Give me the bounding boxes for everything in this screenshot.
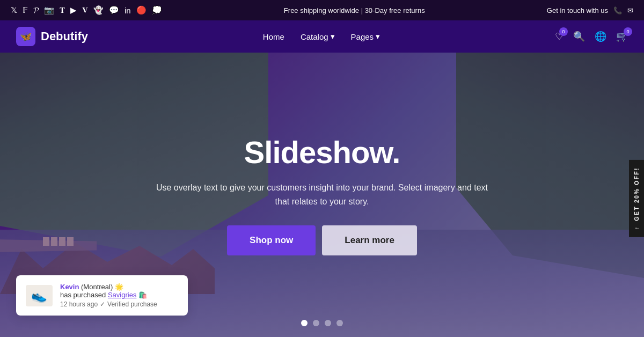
chevron-down-icon: ▾: [376, 32, 380, 41]
snapchat-icon[interactable]: 👻: [93, 5, 104, 15]
language-icon[interactable]: 🌐: [595, 31, 606, 42]
top-bar: 𝕏 𝔽 𝓟 📷 𝐓 ▶ 𝐕 👻 💬 in 🔴 💭 Free shipping w…: [0, 0, 644, 20]
pinterest-icon[interactable]: 𝓟: [33, 5, 39, 15]
reddit-icon[interactable]: 🔴: [136, 5, 147, 15]
contact-info: Get in touch with us 📞 ✉: [547, 6, 633, 14]
shop-now-button[interactable]: Shop now: [227, 225, 316, 255]
header-icons: ♡ 0 🔍 🌐 🛒 0: [555, 31, 628, 42]
hero-buttons: Shop now Learn more: [150, 225, 494, 255]
ribbon-label[interactable]: ↑ GET 20% OFF!: [629, 160, 644, 237]
social-links: 𝕏 𝔽 𝓟 📷 𝐓 ▶ 𝐕 👻 💬 in 🔴 💭: [11, 5, 162, 15]
slideshow-dots: [301, 320, 343, 326]
linkedin-icon[interactable]: in: [125, 6, 131, 15]
wishlist-badge: 0: [559, 27, 568, 36]
customer-location-text: (Montreal): [81, 283, 113, 291]
product-icon: 🛍️: [138, 291, 147, 299]
product-thumbnail: 👟: [26, 285, 53, 306]
dot-1[interactable]: [301, 320, 308, 326]
chevron-down-icon: ▾: [331, 32, 335, 41]
search-icon[interactable]: 🔍: [573, 31, 585, 42]
youtube-icon[interactable]: ▶: [70, 5, 77, 15]
wishlist-icon[interactable]: ♡ 0: [555, 31, 564, 42]
dot-3[interactable]: [325, 320, 331, 326]
instagram-icon[interactable]: 📷: [44, 5, 54, 15]
logo-icon: 🦋: [16, 27, 35, 46]
action-text: has purchased: [60, 291, 106, 299]
hero-title: Slideshow.: [150, 134, 494, 170]
promo-text: Free shipping worldwide | 30-Day free re…: [284, 6, 425, 14]
twitter-icon[interactable]: 𝕏: [11, 5, 17, 15]
hero-subtitle: Use overlay text to give your customers …: [150, 181, 494, 208]
tumblr-icon[interactable]: 𝐓: [60, 5, 65, 15]
vimeo-icon[interactable]: 𝐕: [82, 5, 88, 15]
discount-ribbon[interactable]: ↑ GET 20% OFF!: [629, 160, 644, 237]
header: 🦋 Debutify Home Catalog ▾ Pages ▾ ♡ 0 🔍 …: [0, 20, 644, 53]
phone-icon[interactable]: 📞: [613, 6, 622, 14]
contact-text: Get in touch with us: [547, 6, 608, 14]
hero-section: Slideshow. Use overlay text to give your…: [0, 53, 644, 337]
purchase-emoji: 🌟: [115, 283, 123, 291]
nav-home[interactable]: Home: [263, 32, 284, 41]
dot-2[interactable]: [313, 320, 319, 326]
nav-pages[interactable]: Pages ▾: [351, 32, 380, 41]
main-nav: Home Catalog ▾ Pages ▾: [263, 32, 380, 41]
messenger-icon[interactable]: 💭: [152, 5, 162, 15]
ribbon-arrow: ↑: [633, 225, 640, 230]
purchase-time: 12 hours ago: [60, 301, 98, 308]
customer-name: Kevin: [60, 283, 79, 291]
nav-catalog[interactable]: Catalog ▾: [301, 32, 335, 41]
product-link[interactable]: Savigries: [108, 291, 136, 299]
whatsapp-icon[interactable]: 💬: [109, 5, 119, 15]
brand-name: Debutify: [41, 30, 88, 43]
verified-icon: ✓: [100, 301, 105, 308]
dot-4[interactable]: [336, 320, 343, 326]
verified-text: Verified purchase: [107, 301, 157, 308]
cart-badge: 0: [624, 27, 632, 36]
email-icon[interactable]: ✉: [627, 6, 633, 14]
cart-icon[interactable]: 🛒 0: [616, 31, 628, 42]
logo[interactable]: 🦋 Debutify: [16, 27, 88, 46]
facebook-icon[interactable]: 𝔽: [23, 5, 28, 15]
notification-text: Kevin (Montreal) 🌟 has purchased Savigri…: [60, 283, 157, 308]
purchase-notification: 👟 Kevin (Montreal) 🌟 has purchased Savig…: [16, 275, 188, 316]
learn-more-button[interactable]: Learn more: [322, 225, 417, 255]
hero-content: Slideshow. Use overlay text to give your…: [140, 134, 504, 255]
